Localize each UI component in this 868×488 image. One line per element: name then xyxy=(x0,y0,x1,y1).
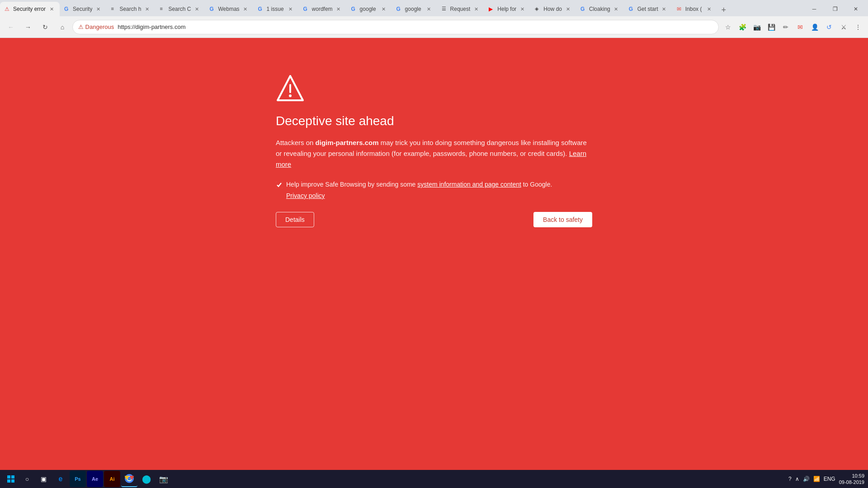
taskbar-app-photoshop[interactable]: Ps xyxy=(70,471,86,487)
home-button[interactable]: ⌂ xyxy=(55,20,70,34)
minimize-button[interactable]: ─ xyxy=(804,2,825,16)
svg-rect-3 xyxy=(7,475,10,479)
checkbox-label-before: Help improve Safe Browsing by sending so… xyxy=(286,181,417,188)
tab-search-c[interactable]: ≡ Search C ✕ xyxy=(155,2,205,16)
tab-help-for[interactable]: ▶ Help for ✕ xyxy=(484,2,530,16)
tab-google1[interactable]: G google ✕ xyxy=(347,2,392,16)
task-view-button[interactable]: ▣ xyxy=(36,472,51,486)
back-button[interactable]: ← xyxy=(4,20,18,34)
tab-wordfence[interactable]: G wordfem ✕ xyxy=(299,2,347,16)
tab-favicon-get-start: G xyxy=(629,6,635,12)
tab-webmaster[interactable]: G Webmas ✕ xyxy=(205,2,253,16)
tab-close-request[interactable]: ✕ xyxy=(472,5,480,13)
taskbar-app-photos[interactable]: 📷 xyxy=(156,471,172,487)
tab-favicon-wordfence: G xyxy=(303,6,310,12)
taskbar-app-after-effects[interactable]: Ae xyxy=(87,471,103,487)
tab-label-search-c: Search C xyxy=(168,6,191,12)
back-to-safety-button[interactable]: Back to safety xyxy=(533,212,592,227)
new-tab-button[interactable]: + xyxy=(717,4,730,16)
bookmark-button[interactable]: ☆ xyxy=(722,21,734,33)
system-info-link[interactable]: system information and page content xyxy=(417,181,521,188)
page-content: Deceptive site ahead Attackers on digim-… xyxy=(0,38,868,470)
tab-close-google1[interactable]: ✕ xyxy=(380,5,387,13)
window-controls: ─ ❐ ✕ xyxy=(804,2,868,16)
svg-point-2 xyxy=(289,94,292,97)
tab-google2[interactable]: G google ✕ xyxy=(392,2,437,16)
tab-request[interactable]: ☰ Request ✕ xyxy=(437,2,485,16)
account-button[interactable]: 👤 xyxy=(808,21,821,33)
tab-close-get-start[interactable]: ✕ xyxy=(660,5,668,13)
close-button[interactable]: ✕ xyxy=(845,2,866,16)
tab-label-inbox: Inbox ( xyxy=(685,6,703,12)
tab-favicon-help-for: ▶ xyxy=(489,6,495,12)
tab-bar: ⚠ Security error ✕ G Security ✕ ≡ Search… xyxy=(0,0,868,16)
warning-triangle-icon xyxy=(276,74,305,103)
tab-favicon-webmaster: G xyxy=(209,6,216,12)
tab-search-h[interactable]: ≡ Search h ✕ xyxy=(106,2,155,16)
tab-label-google2: google xyxy=(405,6,423,12)
tab-1-issue[interactable]: G 1 issue ✕ xyxy=(254,2,299,16)
tab-label-webmaster: Webmas xyxy=(218,6,239,12)
tab-close-webmaster[interactable]: ✕ xyxy=(242,5,249,13)
start-button[interactable] xyxy=(4,472,18,486)
taskbar-hidden-icons[interactable]: ∧ xyxy=(795,476,799,482)
details-button[interactable]: Details xyxy=(276,212,314,227)
tab-favicon-inbox: ✉ xyxy=(677,6,683,12)
tab-close-security[interactable]: ✕ xyxy=(94,5,102,13)
tab-security[interactable]: G Security ✕ xyxy=(60,2,106,16)
edit-button[interactable]: ✏ xyxy=(779,21,792,33)
taskbar-app-chrome[interactable] xyxy=(121,471,137,487)
forward-button[interactable]: → xyxy=(21,20,35,34)
taskbar-app-unknown[interactable]: ⬤ xyxy=(138,471,155,487)
games-button[interactable]: ⚔ xyxy=(837,21,850,33)
tab-favicon-search-c: ≡ xyxy=(160,6,166,12)
url-bar[interactable]: ⚠ Dangerous https://digim-partners.com xyxy=(72,20,719,34)
warning-title: Deceptive site ahead xyxy=(276,114,592,128)
tab-how-do[interactable]: ◈ How do ✕ xyxy=(530,2,576,16)
tab-close-search-h[interactable]: ✕ xyxy=(143,5,151,13)
tab-favicon-security-error: ⚠ xyxy=(5,6,11,12)
tab-label-how-do: How do xyxy=(543,6,562,12)
tab-favicon-security: G xyxy=(64,6,71,12)
taskbar-network-icon[interactable]: 📶 xyxy=(813,476,820,482)
reload-button[interactable]: ↻ xyxy=(38,20,52,34)
extensions-button[interactable]: 🧩 xyxy=(736,21,749,33)
checkbox-label-after: to Google. xyxy=(521,181,552,188)
restore-button[interactable]: ❐ xyxy=(825,2,845,16)
menu-button[interactable]: ⋮ xyxy=(852,21,864,33)
tab-cloaking[interactable]: G Cloaking ✕ xyxy=(576,2,624,16)
tab-close-cloaking[interactable]: ✕ xyxy=(613,5,620,13)
windows-logo-icon xyxy=(7,475,14,483)
taskbar-app-illustrator[interactable]: Ai xyxy=(104,471,120,487)
tab-get-start[interactable]: G Get start ✕ xyxy=(624,2,672,16)
tab-close-inbox[interactable]: ✕ xyxy=(706,5,713,13)
tab-close-1-issue[interactable]: ✕ xyxy=(287,5,294,13)
screenshot-button[interactable]: 📷 xyxy=(750,21,763,33)
warning-description: Attackers on digim-partners.com may tric… xyxy=(276,137,592,170)
privacy-policy-row: Privacy policy xyxy=(286,192,592,199)
taskbar-search-button[interactable]: ○ xyxy=(20,472,34,486)
taskbar-app-edge[interactable]: e xyxy=(52,471,69,487)
tab-close-security-error[interactable]: ✕ xyxy=(48,5,55,13)
safe-browsing-checkbox-row: Help improve Safe Browsing by sending so… xyxy=(276,181,592,188)
tab-close-google2[interactable]: ✕ xyxy=(425,5,433,13)
save-button[interactable]: 💾 xyxy=(765,21,778,33)
tab-favicon-1-issue: G xyxy=(258,6,264,12)
gmail-icon[interactable]: ✉ xyxy=(794,21,807,33)
tab-inbox[interactable]: ✉ Inbox ( ✕ xyxy=(672,2,717,16)
tab-close-how-do[interactable]: ✕ xyxy=(564,5,571,13)
checkbox-label: Help improve Safe Browsing by sending so… xyxy=(286,181,552,188)
tab-favicon-how-do: ◈ xyxy=(535,6,541,12)
tab-favicon-request: ☰ xyxy=(442,6,448,12)
tab-close-help-for[interactable]: ✕ xyxy=(519,5,526,13)
tab-security-error[interactable]: ⚠ Security error ✕ xyxy=(0,2,60,16)
privacy-policy-link[interactable]: Privacy policy xyxy=(286,192,325,199)
safe-browsing-checkbox[interactable] xyxy=(276,182,283,188)
tab-close-search-c[interactable]: ✕ xyxy=(193,5,200,13)
taskbar-help-icon[interactable]: ? xyxy=(788,476,792,482)
sync-button[interactable]: ↺ xyxy=(823,21,835,33)
tab-close-wordfence[interactable]: ✕ xyxy=(335,5,342,13)
tab-label-security-error: Security error xyxy=(13,6,46,12)
taskbar-volume-icon[interactable]: 🔊 xyxy=(803,476,810,482)
taskbar-apps: e Ps Ae Ai ⬤ 📷 xyxy=(52,471,172,487)
